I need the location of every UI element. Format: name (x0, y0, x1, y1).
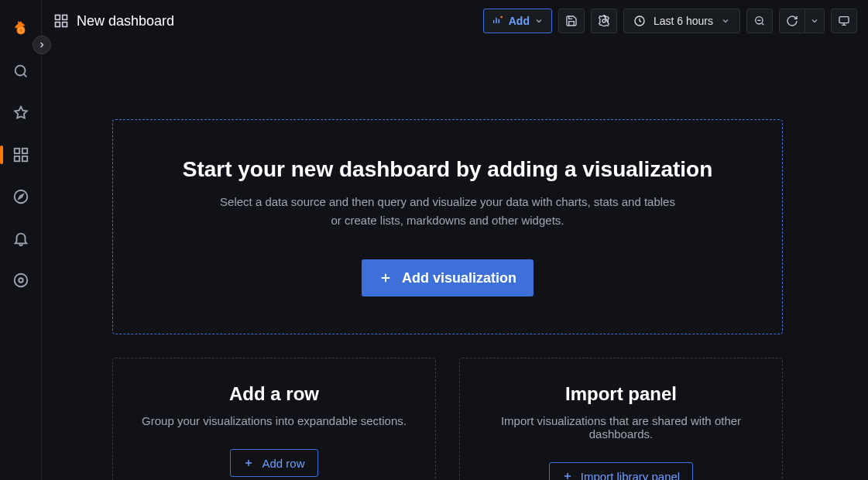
svg-rect-3 (22, 149, 26, 153)
save-button[interactable] (558, 9, 585, 33)
refresh-group (779, 9, 825, 33)
monitor-icon (838, 15, 850, 27)
card-import-panel: Import panel Import visualizations that … (459, 358, 783, 480)
gear-icon (598, 15, 610, 27)
sidebar-search[interactable] (2, 53, 39, 90)
sidebar-alerting[interactable] (2, 220, 39, 257)
save-icon (565, 15, 578, 27)
zoom-out-button[interactable] (746, 9, 773, 33)
zoom-out-icon (753, 15, 766, 27)
add-panel-button[interactable]: Add (483, 9, 552, 33)
bar-chart-plus-icon (492, 14, 504, 29)
svg-rect-16 (839, 17, 849, 23)
svg-rect-2 (14, 149, 19, 153)
plus-icon (243, 458, 254, 468)
card-title: Import panel (565, 383, 677, 405)
svg-rect-4 (14, 156, 19, 161)
page-title[interactable]: New dashboard (77, 13, 174, 29)
cta-label: Add visualization (402, 270, 516, 286)
refresh-icon (786, 15, 798, 27)
svg-point-6 (14, 190, 27, 204)
chevron-down-icon (810, 16, 819, 26)
svg-point-13 (602, 19, 606, 22)
svg-rect-5 (22, 156, 26, 161)
sidebar-dashboards[interactable] (2, 136, 39, 173)
svg-rect-9 (56, 15, 60, 20)
clock-icon (633, 15, 646, 27)
dashboards-icon (53, 13, 69, 29)
sidebar-starred[interactable] (2, 94, 39, 132)
card-title: Add a row (229, 383, 319, 405)
svg-point-1 (15, 66, 25, 76)
sidebar (0, 0, 42, 480)
refresh-interval-button[interactable] (805, 9, 825, 33)
refresh-button[interactable] (779, 9, 805, 33)
card-body: Group your visualizations into expandabl… (142, 414, 407, 427)
expand-sidebar-button[interactable] (33, 36, 51, 54)
svg-point-8 (19, 278, 23, 283)
svg-rect-11 (56, 22, 60, 27)
import-library-panel-button[interactable]: Import library panel (549, 462, 693, 480)
time-range-button[interactable]: Last 6 hours (623, 9, 740, 33)
add-label: Add (509, 15, 530, 27)
svg-rect-12 (63, 22, 67, 27)
plus-icon (562, 471, 573, 480)
chevron-down-icon (534, 16, 544, 26)
kiosk-button[interactable] (831, 9, 857, 33)
add-visualization-button[interactable]: Add visualization (362, 259, 533, 297)
button-label: Add row (262, 457, 304, 470)
add-row-button[interactable]: Add row (230, 449, 317, 477)
main: Start your new dashboard by adding a vis… (43, 42, 868, 480)
card-add-row: Add a row Group your visualizations into… (112, 358, 436, 480)
svg-rect-10 (63, 15, 67, 20)
card-body: Import visualizations that are shared wi… (482, 414, 760, 441)
hero-body: Select a data source and then query and … (220, 193, 675, 230)
hero-title: Start your new dashboard by adding a vis… (183, 157, 713, 182)
topbar: New dashboard Add Last 6 hours (43, 0, 868, 42)
time-range-label: Last 6 hours (654, 15, 713, 27)
settings-button[interactable] (591, 9, 617, 33)
svg-point-7 (14, 274, 27, 287)
sidebar-connections[interactable] (2, 262, 39, 299)
button-label: Import library panel (581, 470, 680, 481)
plus-icon (379, 271, 393, 285)
hero-add-visualization: Start your new dashboard by adding a vis… (112, 119, 783, 334)
chevron-down-icon (721, 16, 730, 26)
sidebar-explore[interactable] (2, 178, 39, 215)
